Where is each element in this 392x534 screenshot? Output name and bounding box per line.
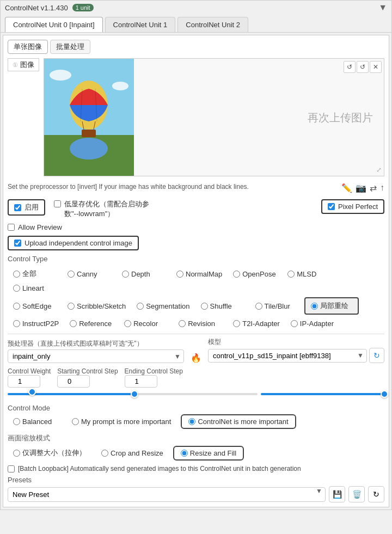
radio-mlsd-input[interactable] bbox=[287, 271, 295, 278]
image-upload-area[interactable]: 再次上传图片 ↺ ↺ ✕ ⤢ bbox=[44, 58, 384, 176]
radio-openpose[interactable]: OpenPose bbox=[228, 266, 282, 281]
radio-tile-blur[interactable]: Tile/Blur bbox=[250, 297, 304, 315]
radio-normalmap[interactable]: NormalMap bbox=[171, 266, 228, 281]
radio-reference-input[interactable] bbox=[70, 320, 77, 327]
sub-tab-single[interactable]: 单张图像 bbox=[8, 40, 48, 54]
radio-revision[interactable]: Revision bbox=[173, 317, 228, 330]
radio-tile-blur-input[interactable] bbox=[255, 303, 262, 310]
radio-all[interactable]: 全部 bbox=[8, 266, 62, 281]
pixel-perfect-label[interactable]: Pixel Perfect bbox=[338, 202, 378, 211]
radio-ip2p[interactable]: InstructP2P bbox=[8, 317, 64, 330]
ending-step-input[interactable]: 1 bbox=[125, 375, 157, 388]
radio-depth-input[interactable] bbox=[122, 271, 129, 278]
close-image-btn[interactable]: ✕ bbox=[370, 61, 382, 73]
presets-select[interactable]: New Preset bbox=[8, 487, 326, 502]
slider-thumb-start[interactable] bbox=[131, 390, 138, 398]
radio-depth[interactable]: Depth bbox=[117, 266, 171, 281]
radio-prompt-important[interactable]: My prompt is more important bbox=[66, 415, 176, 428]
radio-softedge-input[interactable] bbox=[13, 303, 20, 310]
radio-normalmap-input[interactable] bbox=[176, 271, 183, 278]
radio-stretch[interactable]: 仅调整大小（拉伸） bbox=[8, 445, 91, 461]
radio-inpaint-input[interactable] bbox=[311, 303, 318, 310]
radio-scribble[interactable]: Scribble/Sketch bbox=[62, 297, 131, 315]
upload-icon[interactable]: ↑ bbox=[380, 183, 384, 193]
radio-mlsd[interactable]: MLSD bbox=[282, 266, 336, 281]
presets-refresh-btn[interactable]: ↻ bbox=[368, 486, 384, 502]
model-refresh-btn[interactable]: ↻ bbox=[369, 348, 384, 363]
radio-balanced[interactable]: Balanced bbox=[8, 415, 62, 428]
presets-save-btn[interactable]: 💾 bbox=[329, 486, 345, 502]
preprocessor-group: 预处理器（直接上传模式图或草稿时可选"无"） inpaint_only ▼ bbox=[8, 339, 184, 363]
starting-step-slider[interactable] bbox=[134, 390, 258, 398]
ending-step-slider[interactable] bbox=[261, 390, 384, 398]
radio-canny[interactable]: Canny bbox=[62, 266, 117, 281]
model-select[interactable]: control_v11p_sd15_inpaint [ebff9138] bbox=[208, 349, 367, 363]
radio-normalmap-label: NormalMap bbox=[186, 270, 222, 278]
radio-scribble-input[interactable] bbox=[68, 303, 75, 310]
low-vram-label[interactable]: 低显存优化（需配合启动参数"--lowvram"） bbox=[54, 199, 149, 219]
resize-handle[interactable]: ⤢ bbox=[376, 165, 382, 174]
radio-stretch-input[interactable] bbox=[13, 450, 20, 457]
batch-loopback-checkbox[interactable] bbox=[8, 465, 15, 472]
radio-t2i-input[interactable] bbox=[233, 320, 240, 327]
low-vram-checkbox[interactable] bbox=[54, 200, 61, 207]
model-select-wrapper: control_v11p_sd15_inpaint [ebff9138] ▼ bbox=[208, 349, 367, 363]
camera-icon[interactable]: 📷 bbox=[356, 183, 366, 193]
batch-loopback-label[interactable]: [Batch Loopback] Automatically send gene… bbox=[18, 465, 301, 472]
starting-step-group: Starting Control Step 0 bbox=[57, 367, 118, 388]
radio-segmentation-input[interactable] bbox=[137, 303, 144, 310]
dropdown-arrow-icon[interactable]: ▼ bbox=[378, 3, 387, 13]
radio-ip-adapter-input[interactable] bbox=[291, 320, 298, 327]
radio-softedge[interactable]: SoftEdge bbox=[8, 297, 62, 315]
upload-control-label[interactable]: Upload independent control image bbox=[24, 239, 132, 247]
radio-canny-label: Canny bbox=[77, 270, 97, 278]
radio-controlnet-important[interactable]: ControlNet is more important bbox=[188, 418, 288, 426]
radio-crop-resize[interactable]: Crop and Resize bbox=[96, 446, 169, 460]
radio-recolor-input[interactable] bbox=[124, 320, 131, 327]
presets-trash-btn[interactable]: 🗑️ bbox=[348, 486, 365, 502]
radio-inpaint[interactable]: 局部重绘 bbox=[304, 297, 359, 315]
radio-crop-input[interactable] bbox=[101, 450, 108, 457]
radio-lineart-input[interactable] bbox=[13, 285, 20, 292]
radio-revision-input[interactable] bbox=[179, 320, 186, 327]
scale-mode-options: 仅调整大小（拉伸） Crop and Resize Resize and Fil… bbox=[8, 445, 384, 461]
radio-ip-adapter[interactable]: IP-Adapter bbox=[285, 317, 340, 330]
enable-checkbox[interactable] bbox=[14, 204, 21, 211]
enable-label[interactable]: 启用 bbox=[24, 202, 39, 212]
radio-ip2p-input[interactable] bbox=[13, 320, 20, 327]
radio-segmentation[interactable]: Segmentation bbox=[131, 297, 195, 315]
allow-preview-checkbox[interactable] bbox=[8, 224, 15, 231]
radio-resize-fill-input[interactable] bbox=[181, 450, 188, 457]
slider-thumb-weight[interactable] bbox=[28, 388, 36, 396]
preprocessor-select[interactable]: inpaint_only bbox=[8, 349, 184, 363]
radio-recolor[interactable]: Recolor bbox=[119, 317, 173, 330]
radio-canny-input[interactable] bbox=[68, 271, 75, 278]
tab-unit0[interactable]: ControlNet Unit 0 [Inpaint] bbox=[5, 17, 103, 32]
radio-balanced-input[interactable] bbox=[13, 418, 20, 425]
pencil-icon[interactable]: ✏️ bbox=[341, 183, 352, 193]
radio-resize-fill[interactable]: Resize and Fill bbox=[181, 449, 236, 457]
radio-openpose-input[interactable] bbox=[233, 271, 240, 278]
control-weight-input[interactable]: 1 bbox=[8, 375, 40, 388]
radio-t2i[interactable]: T2I-Adapter bbox=[228, 317, 285, 330]
radio-reference[interactable]: Reference bbox=[64, 317, 119, 330]
slider-thumb-end[interactable] bbox=[381, 390, 388, 398]
swap-icon[interactable]: ⇄ bbox=[370, 183, 377, 193]
radio-controlnet-input[interactable] bbox=[188, 418, 195, 425]
radio-shuffle[interactable]: Shuffle bbox=[195, 297, 250, 315]
sub-tab-batch[interactable]: 批量处理 bbox=[50, 40, 90, 54]
reset-image-btn[interactable]: ↺ bbox=[344, 61, 356, 73]
radio-all-input[interactable] bbox=[13, 271, 20, 278]
control-weight-slider[interactable] bbox=[8, 390, 131, 398]
pixel-perfect-checkbox[interactable] bbox=[328, 203, 335, 210]
radio-shuffle-input[interactable] bbox=[201, 303, 208, 310]
radio-prompt-input[interactable] bbox=[72, 418, 79, 425]
clear-image-btn[interactable]: ↺ bbox=[357, 61, 369, 73]
radio-lineart[interactable]: Lineart bbox=[8, 281, 62, 295]
upload-control-checkbox[interactable] bbox=[14, 240, 21, 247]
starting-step-input[interactable]: 0 bbox=[57, 375, 90, 388]
low-vram-text: 低显存优化（需配合启动参数"--lowvram"） bbox=[64, 199, 149, 219]
tab-unit2[interactable]: ControlNet Unit 2 bbox=[177, 17, 248, 32]
tab-unit1[interactable]: ControlNet Unit 1 bbox=[105, 17, 176, 32]
allow-preview-label[interactable]: Allow Preview bbox=[18, 223, 62, 231]
